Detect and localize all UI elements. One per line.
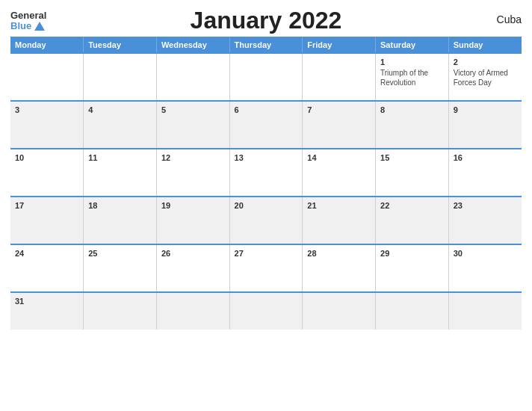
calendar-cell: 25 (84, 244, 157, 292)
title-block: January 2022 (191, 7, 342, 34)
calendar-cell: 6 (229, 101, 303, 149)
day-number: 20 (235, 201, 298, 210)
calendar-week-row: 17181920212223 (10, 197, 522, 244)
day-number: 19 (161, 201, 225, 210)
calendar-header-saturday: Saturday (376, 37, 449, 53)
calendar-cell: 24 (10, 244, 84, 292)
day-number: 2 (454, 58, 517, 67)
day-number: 12 (161, 153, 225, 162)
country-label: Cuba (497, 13, 522, 25)
day-number: 22 (380, 201, 444, 210)
day-number: 15 (380, 153, 444, 162)
day-number: 1 (380, 58, 444, 67)
calendar-cell (156, 53, 229, 101)
calendar-cell: 28 (303, 244, 376, 292)
day-number: 28 (307, 249, 371, 258)
day-number: 18 (88, 201, 152, 210)
calendar-cell: 14 (303, 149, 376, 197)
calendar-cell: 2Victory of Armed Forces Day (448, 53, 522, 101)
calendar-cell (84, 53, 157, 101)
calendar-cell (229, 53, 303, 101)
day-number: 16 (454, 153, 517, 162)
calendar-cell: 1Triumph of the Revolution (376, 53, 449, 101)
calendar-cell: 9 (448, 101, 522, 149)
calendar-table: MondayTuesdayWednesdayThursdayFridaySatu… (10, 37, 522, 330)
day-number: 26 (161, 249, 225, 258)
calendar-cell: 13 (229, 149, 303, 197)
day-event: Triumph of the Revolution (380, 69, 428, 87)
calendar-cell: 19 (156, 197, 229, 244)
calendar-header-thursday: Thursday (229, 37, 303, 53)
day-number: 10 (15, 153, 78, 162)
day-number: 21 (307, 201, 371, 210)
calendar-cell: 5 (156, 101, 229, 149)
calendar-week-row: 31 (10, 292, 522, 330)
calendar-cell (303, 53, 376, 101)
day-number: 24 (15, 249, 78, 258)
calendar-cell: 26 (156, 244, 229, 292)
calendar-title: January 2022 (191, 7, 342, 34)
calendar-cell: 29 (376, 244, 449, 292)
calendar-week-row: 1Triumph of the Revolution2Victory of Ar… (10, 53, 522, 101)
calendar-cell: 31 (10, 292, 84, 330)
day-number: 30 (454, 249, 517, 258)
logo-triangle-icon (34, 22, 45, 31)
calendar-cell (84, 292, 157, 330)
day-number: 6 (235, 105, 298, 114)
calendar-cell (303, 292, 376, 330)
calendar-cell: 12 (156, 149, 229, 197)
calendar-cell: 30 (448, 244, 522, 292)
calendar-cell: 22 (376, 197, 449, 244)
header: General Blue January 2022 Cuba (10, 7, 522, 32)
calendar-header-tuesday: Tuesday (84, 37, 157, 53)
day-number: 3 (15, 105, 78, 114)
calendar-header-row: MondayTuesdayWednesdayThursdayFridaySatu… (10, 37, 522, 53)
calendar-cell: 15 (376, 149, 449, 197)
calendar-cell: 17 (10, 197, 84, 244)
day-number: 7 (307, 105, 371, 114)
calendar-week-row: 24252627282930 (10, 244, 522, 292)
calendar-header-wednesday: Wednesday (156, 37, 229, 53)
calendar-cell: 8 (376, 101, 449, 149)
logo-general-text: General (10, 10, 46, 21)
day-number: 23 (454, 201, 517, 210)
calendar-header-monday: Monday (10, 37, 84, 53)
calendar-cell: 11 (84, 149, 157, 197)
calendar-cell (376, 292, 449, 330)
day-number: 31 (15, 297, 78, 306)
day-number: 4 (88, 105, 152, 114)
calendar-header-friday: Friday (303, 37, 376, 53)
day-number: 9 (454, 105, 517, 114)
calendar-cell: 20 (229, 197, 303, 244)
calendar-cell: 16 (448, 149, 522, 197)
calendar-week-row: 10111213141516 (10, 149, 522, 197)
page: General Blue January 2022 Cuba MondayTue… (0, 0, 532, 411)
calendar-cell (156, 292, 229, 330)
calendar-week-row: 3456789 (10, 101, 522, 149)
day-number: 29 (380, 249, 444, 258)
calendar-cell: 27 (229, 244, 303, 292)
calendar-cell: 4 (84, 101, 157, 149)
calendar-cell (10, 53, 84, 101)
calendar-cell: 21 (303, 197, 376, 244)
calendar-cell: 18 (84, 197, 157, 244)
calendar-header-sunday: Sunday (448, 37, 522, 53)
day-number: 25 (88, 249, 152, 258)
day-number: 17 (15, 201, 78, 210)
day-event: Victory of Armed Forces Day (454, 69, 508, 87)
logo: General Blue (10, 10, 46, 32)
day-number: 27 (235, 249, 298, 258)
day-number: 5 (161, 105, 225, 114)
day-number: 11 (88, 153, 152, 162)
day-number: 14 (307, 153, 371, 162)
calendar-cell (448, 292, 522, 330)
calendar-cell: 23 (448, 197, 522, 244)
day-number: 8 (380, 105, 444, 114)
calendar-cell (229, 292, 303, 330)
calendar-cell: 7 (303, 101, 376, 149)
day-number: 13 (235, 153, 298, 162)
calendar-cell: 10 (10, 149, 84, 197)
logo-blue-text: Blue (10, 21, 45, 31)
calendar-cell: 3 (10, 101, 84, 149)
